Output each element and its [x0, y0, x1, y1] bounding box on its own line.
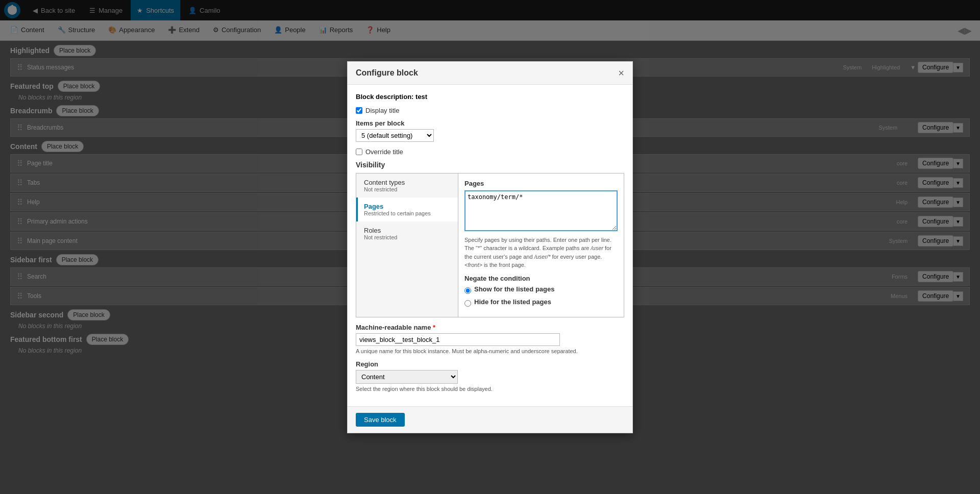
region-section-label: Region [356, 360, 624, 368]
override-title-row: Override title [356, 148, 624, 156]
show-for-listed-row: Show for the listed pages [464, 285, 618, 296]
show-for-listed-label: Show for the listed pages [474, 285, 554, 293]
pages-textarea[interactable]: taxonomy/term/* [464, 190, 618, 231]
configure-block-modal: Configure block × Block description: tes… [347, 61, 633, 433]
modal-overlay[interactable]: Configure block × Block description: tes… [0, 0, 980, 494]
modal-header: Configure block × [348, 62, 632, 85]
required-asterisk: * [433, 324, 435, 331]
region-section: Region Content Highlighted Featured top … [356, 360, 624, 392]
show-for-listed-radio[interactable] [464, 287, 471, 294]
tab-roles[interactable]: Roles Not restricted [356, 221, 458, 245]
machine-name-input[interactable] [356, 333, 560, 346]
tab-content-types[interactable]: Content types Not restricted [356, 174, 458, 197]
modal-close-button[interactable]: × [618, 68, 624, 78]
visibility-title: Visibility [356, 161, 624, 169]
display-title-checkbox[interactable] [356, 107, 362, 114]
visibility-section: Visibility Content types Not restricted … [356, 161, 624, 317]
display-title-label: Display title [365, 107, 399, 114]
pages-help-text: Specify pages by using their paths. Ente… [464, 236, 618, 269]
hide-for-listed-radio[interactable] [464, 300, 471, 307]
machine-name-label: Machine-readable name * [356, 324, 624, 331]
save-block-button[interactable]: Save block [356, 413, 405, 427]
items-per-block-select-wrapper: 1 2 3 4 5 (default setting) 10 15 [356, 129, 434, 142]
modal-footer: Save block [348, 406, 632, 433]
region-select[interactable]: Content Highlighted Featured top Breadcr… [356, 370, 458, 384]
modal-title: Configure block [356, 68, 418, 78]
hide-for-listed-label: Hide for the listed pages [474, 298, 551, 306]
negate-title: Negate the condition [464, 275, 618, 282]
negate-section: Negate the condition Show for the listed… [464, 275, 618, 309]
items-per-block-label: Items per block [356, 119, 624, 127]
pages-label: Pages [464, 180, 618, 187]
visibility-tabs-list: Content types Not restricted Pages Restr… [356, 174, 458, 317]
display-title-row: Display title [356, 107, 624, 114]
override-title-checkbox[interactable] [356, 149, 362, 155]
override-title-label: Override title [365, 148, 403, 156]
region-help: Select the region where this block shoul… [356, 386, 624, 392]
machine-name-help: A unique name for this block instance. M… [356, 348, 624, 354]
visibility-pages-content: Pages taxonomy/term/* Specify pages by u… [458, 174, 624, 317]
hide-for-listed-row: Hide for the listed pages [464, 298, 618, 309]
machine-name-section: Machine-readable name * A unique name fo… [356, 324, 624, 354]
items-per-block-row: Items per block 1 2 3 4 5 (default setti… [356, 119, 624, 142]
tab-pages[interactable]: Pages Restricted to certain pages [356, 197, 458, 221]
modal-body: Block description: test Display title It… [348, 85, 632, 406]
items-per-block-select[interactable]: 1 2 3 4 5 (default setting) 10 15 [356, 129, 434, 142]
block-description-row: Block description: test [356, 93, 624, 101]
visibility-tabs-container: Content types Not restricted Pages Restr… [356, 173, 624, 317]
